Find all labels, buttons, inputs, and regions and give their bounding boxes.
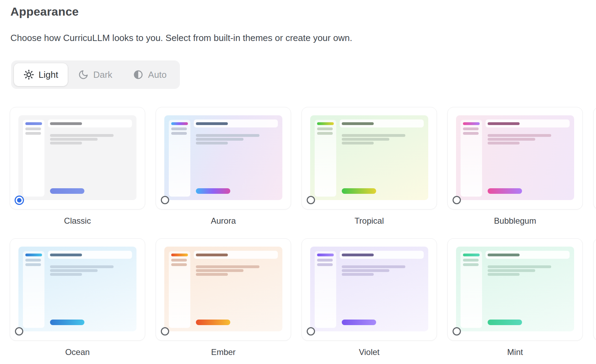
theme-option[interactable]: Bubblegum xyxy=(447,107,583,226)
mode-option-label: Light xyxy=(39,69,58,80)
preview-text-line xyxy=(488,138,535,141)
mode-option-dark[interactable]: Dark xyxy=(68,63,123,86)
preview-text-line xyxy=(342,273,374,276)
theme-mode-toggle: Light Dark Auto xyxy=(11,60,180,89)
theme-preview-card-cropped[interactable] xyxy=(593,238,596,341)
preview-text-line xyxy=(488,142,520,144)
preview-header-bar xyxy=(486,251,570,259)
preview-header-text-bar xyxy=(342,122,374,125)
preview-sidebar-accent-bar xyxy=(25,122,42,125)
preview-text-line xyxy=(196,142,228,144)
page-title: Appearance xyxy=(10,5,596,18)
theme-option[interactable]: Aurora xyxy=(156,107,291,226)
preview-header-bar xyxy=(340,119,424,127)
theme-radio[interactable] xyxy=(15,196,24,205)
theme-preview xyxy=(310,247,428,331)
preview-sidebar xyxy=(169,251,190,328)
preview-text-line xyxy=(196,269,243,272)
preview-sidebar-item-bar xyxy=(463,132,479,135)
theme-preview xyxy=(18,115,136,200)
theme-preview-card[interactable] xyxy=(301,238,437,341)
theme-label: Ocean xyxy=(10,347,145,357)
theme-preview-card[interactable] xyxy=(10,238,145,341)
theme-option[interactable]: Classic xyxy=(10,107,145,226)
preview-text-line xyxy=(196,273,228,276)
preview-sidebar-item-bar xyxy=(317,127,333,130)
theme-option-cropped[interactable] xyxy=(593,238,596,357)
theme-radio[interactable] xyxy=(161,327,169,336)
theme-radio[interactable] xyxy=(453,327,461,336)
appearance-settings-panel: Appearance Choose how CurricuLLM looks t… xyxy=(0,0,596,357)
theme-radio[interactable] xyxy=(453,196,461,204)
theme-label: Mint xyxy=(447,347,583,357)
preview-sidebar-accent-bar xyxy=(317,122,334,125)
preview-sidebar-item-bar xyxy=(317,259,333,262)
theme-option[interactable]: Violet xyxy=(301,238,437,357)
preview-text-line xyxy=(50,269,98,272)
theme-label: Tropical xyxy=(301,216,437,226)
preview-sidebar-item-bar xyxy=(25,259,41,262)
preview-sidebar xyxy=(461,251,482,328)
preview-header-bar xyxy=(194,119,278,127)
theme-label: Aurora xyxy=(156,216,291,226)
preview-text-line xyxy=(488,269,535,272)
preview-accent-button xyxy=(196,188,230,194)
mode-option-label: Auto xyxy=(148,69,167,80)
theme-preview-card-cropped[interactable] xyxy=(593,107,596,209)
theme-radio[interactable] xyxy=(161,196,169,204)
theme-preview xyxy=(18,247,136,331)
preview-text-line xyxy=(488,273,520,276)
theme-preview-card[interactable] xyxy=(156,238,291,341)
preview-text-line xyxy=(196,265,259,268)
preview-text-line xyxy=(196,138,243,141)
theme-option[interactable]: Tropical xyxy=(301,107,437,226)
preview-accent-button xyxy=(50,188,84,194)
preview-header-bar xyxy=(340,251,424,259)
preview-text-line xyxy=(50,273,82,276)
preview-header-bar xyxy=(48,119,132,127)
preview-sidebar-item-bar xyxy=(171,263,187,266)
preview-text-line xyxy=(342,142,374,144)
preview-sidebar xyxy=(461,120,482,197)
preview-sidebar-item-bar xyxy=(463,127,479,130)
preview-accent-button xyxy=(342,188,376,194)
theme-radio[interactable] xyxy=(307,327,315,336)
theme-option[interactable]: Mint xyxy=(447,238,583,357)
mode-option-auto[interactable]: Auto xyxy=(123,63,177,86)
preview-accent-button xyxy=(488,188,522,194)
preview-sidebar-item-bar xyxy=(171,127,187,130)
theme-option[interactable]: Ocean xyxy=(10,238,145,357)
theme-preview-card[interactable] xyxy=(447,107,583,209)
theme-preview-card[interactable] xyxy=(10,107,145,209)
preview-text-line xyxy=(342,269,389,272)
preview-sidebar-accent-bar xyxy=(463,254,480,256)
theme-option-cropped[interactable] xyxy=(593,107,596,226)
theme-label: Violet xyxy=(301,347,437,357)
preview-text-line xyxy=(488,134,551,137)
preview-header-bar xyxy=(194,251,278,259)
preview-text-line xyxy=(50,265,114,268)
theme-label: Ember xyxy=(156,347,291,357)
theme-preview-card[interactable] xyxy=(301,107,437,209)
theme-preview-card[interactable] xyxy=(156,107,291,209)
preview-sidebar-accent-bar xyxy=(25,254,42,256)
theme-radio[interactable] xyxy=(15,327,23,336)
preview-text-line xyxy=(342,265,405,268)
preview-text-line xyxy=(488,265,551,268)
theme-preview-card[interactable] xyxy=(447,238,583,341)
theme-radio[interactable] xyxy=(307,196,315,204)
preview-header-text-bar xyxy=(488,122,520,125)
preview-sidebar-item-bar xyxy=(317,132,333,135)
theme-option[interactable]: Ember xyxy=(156,238,291,357)
mode-option-label: Dark xyxy=(93,69,112,80)
preview-sidebar xyxy=(315,120,336,197)
preview-sidebar-item-bar xyxy=(463,259,479,262)
preview-header-text-bar xyxy=(488,254,520,256)
mode-option-light[interactable]: Light xyxy=(14,63,68,86)
preview-sidebar-accent-bar xyxy=(171,254,188,256)
theme-preview xyxy=(310,115,428,200)
preview-sidebar xyxy=(315,251,336,328)
preview-sidebar xyxy=(23,120,44,197)
preview-text-line xyxy=(50,138,98,141)
preview-sidebar-item-bar xyxy=(171,259,187,262)
